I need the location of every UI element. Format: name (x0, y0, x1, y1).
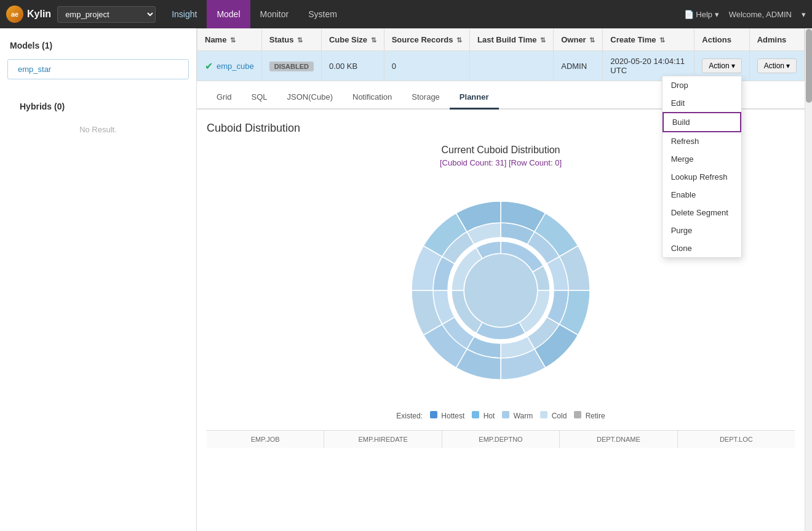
tab-notification[interactable]: Notification (343, 86, 402, 110)
admins-action-label: Action (764, 62, 784, 70)
project-selector[interactable]: emp_project (57, 6, 156, 23)
col-emp-deptno: EMP.DEPTNO (442, 431, 560, 448)
col-dept-dname: DEPT.DNAME (560, 431, 677, 448)
dropdown-item-merge[interactable]: Merge (663, 150, 741, 168)
legend-cold-dot (540, 411, 547, 418)
dropdown-menu: Drop Edit Build Refresh Merge Lookup Ref… (662, 76, 742, 258)
no-result-label: No Result. (10, 118, 186, 142)
legend-prefix: Existed: (396, 412, 423, 420)
welcome-label: Welcome, ADMIN (729, 10, 792, 19)
col-cube-size[interactable]: Cube Size ⇅ (321, 29, 384, 51)
admins-caret: ▾ (786, 62, 790, 70)
col-admins: Admins (749, 29, 804, 51)
cell-cube-size: 0.00 KB (321, 51, 384, 81)
legend-hot-dot (472, 411, 479, 418)
cube-table: Name ⇅ Status ⇅ Cube Size ⇅ Source Recor… (197, 28, 805, 81)
nav-right: 📄 Help ▾ Welcome, ADMIN ▾ (684, 10, 806, 19)
sort-icon-build: ⇅ (540, 36, 546, 44)
col-dept-loc: DEPT.LOC (678, 431, 795, 448)
tab-sql[interactable]: SQL (242, 86, 277, 110)
actions-dropdown[interactable]: Action ▾ Drop Edit Build Refresh Merge L… (702, 58, 741, 73)
sidebar-item-emp-star[interactable]: emp_star (7, 59, 189, 79)
nav-links: Insight Model Monitor System (162, 0, 684, 28)
sort-icon-size: ⇅ (371, 36, 376, 44)
sunburst-svg (390, 180, 611, 401)
help-button[interactable]: 📄 Help ▾ (684, 10, 719, 19)
logo-icon: ae (6, 6, 23, 23)
sort-icon-owner: ⇅ (589, 36, 595, 44)
sort-icon-status: ⇅ (297, 36, 303, 44)
col-status[interactable]: Status ⇅ (261, 29, 321, 51)
dropdown-item-refresh[interactable]: Refresh (663, 132, 741, 150)
main-content: Name ⇅ Status ⇅ Cube Size ⇅ Source Recor… (197, 28, 805, 531)
col-source-records[interactable]: Source Records ⇅ (384, 29, 469, 51)
dropdown-item-clone[interactable]: Clone (663, 239, 741, 257)
top-navigation: ae Kylin emp_project Insight Model Monit… (0, 0, 812, 28)
col-emp-job: EMP.JOB (207, 431, 324, 448)
sidebar: Models (1) emp_star Hybrids (0) No Resul… (0, 28, 197, 531)
cell-name: ✔ emp_cube (197, 51, 262, 81)
sort-icon-create: ⇅ (659, 36, 665, 44)
dropdown-item-purge[interactable]: Purge (663, 222, 741, 239)
app-title: Kylin (27, 9, 51, 20)
tab-grid[interactable]: Grid (207, 86, 242, 110)
check-icon: ✔ (205, 60, 213, 72)
col-actions: Actions (695, 29, 749, 51)
welcome-caret: ▾ (802, 10, 806, 19)
cell-last-build-time (470, 51, 554, 81)
cell-admins: Action ▾ (749, 51, 804, 81)
nav-item-system[interactable]: System (298, 0, 347, 28)
models-section-title: Models (1) (0, 34, 196, 57)
legend-retire: Retire (574, 411, 605, 420)
legend-warm: Warm (502, 411, 533, 420)
action-caret: ▾ (731, 62, 735, 70)
sort-icon-records: ⇅ (456, 36, 462, 44)
dropdown-item-build[interactable]: Build (663, 112, 741, 132)
cell-source-records: 0 (384, 51, 469, 81)
col-create-time[interactable]: Create Time ⇅ (603, 29, 695, 51)
table-row: ✔ emp_cube DISABLED 0.00 KB 0 ADMIN 2020… (197, 51, 805, 81)
col-name[interactable]: Name ⇅ (197, 29, 262, 51)
legend-warm-dot (502, 411, 509, 418)
dropdown-item-enable[interactable]: Enable (663, 186, 741, 204)
admins-action-button[interactable]: Action ▾ (757, 58, 797, 73)
sort-icon-name: ⇅ (230, 36, 236, 44)
legend-hottest-dot (430, 411, 437, 418)
scrollbar-thumb[interactable] (806, 29, 812, 103)
nav-item-model[interactable]: Model (207, 0, 250, 28)
col-last-build[interactable]: Last Build Time ⇅ (470, 29, 554, 51)
action-button[interactable]: Action ▾ (702, 58, 741, 73)
legend-cold: Cold (540, 411, 567, 420)
hybrids-section: Hybrids (0) No Result. (0, 89, 196, 148)
columns-bar: EMP.JOB EMP.HIREDATE EMP.DEPTNO DEPT.DNA… (207, 430, 795, 448)
col-owner[interactable]: Owner ⇅ (554, 29, 603, 51)
hybrids-section-title: Hybrids (0) (10, 95, 186, 118)
cell-status: DISABLED (261, 51, 321, 81)
col-emp-hiredate: EMP.HIREDATE (324, 431, 442, 448)
tab-planner[interactable]: Planner (450, 86, 499, 110)
nav-item-monitor[interactable]: Monitor (250, 0, 299, 28)
status-badge: DISABLED (269, 62, 314, 71)
legend-hot: Hot (472, 411, 495, 420)
dropdown-item-delete-segment[interactable]: Delete Segment (663, 204, 741, 222)
action-label: Action (709, 62, 729, 70)
tab-storage[interactable]: Storage (402, 86, 450, 110)
legend-hottest: Hottest (430, 411, 464, 420)
cell-owner: ADMIN (554, 51, 603, 81)
legend-retire-dot (574, 411, 581, 418)
dropdown-item-lookup-refresh[interactable]: Lookup Refresh (663, 168, 741, 186)
dropdown-item-drop[interactable]: Drop (663, 76, 741, 94)
cell-actions: Action ▾ Drop Edit Build Refresh Merge L… (695, 51, 749, 81)
dropdown-item-edit[interactable]: Edit (663, 94, 741, 112)
main-layout: Models (1) emp_star Hybrids (0) No Resul… (0, 28, 812, 531)
scrollbar[interactable] (805, 28, 812, 531)
logo-area: ae Kylin (6, 6, 51, 23)
cube-name-text[interactable]: emp_cube (217, 62, 254, 71)
chart-legend: Existed: Hottest Hot Warm Cold (207, 411, 795, 420)
tab-json-cube[interactable]: JSON(Cube) (277, 86, 343, 110)
nav-item-insight[interactable]: Insight (162, 0, 207, 28)
